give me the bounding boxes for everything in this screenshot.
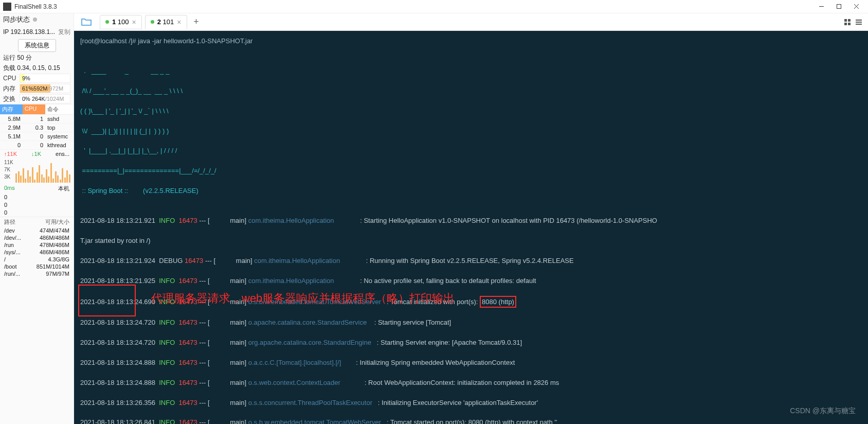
hello-highlight-box (78, 285, 136, 316)
menu-icon[interactable] (854, 17, 864, 27)
disk-list: /dev474M/474M/dev/...486M/486M/run478M/4… (0, 227, 74, 277)
chart-label-a: 11K (4, 159, 13, 166)
copy-ip-link[interactable]: 复制 (58, 28, 70, 37)
close-tab-icon[interactable]: × (177, 18, 181, 26)
disk-row: /sys/...486M/486M (0, 249, 74, 256)
procs-head-cmd[interactable]: 命令 (45, 104, 74, 114)
process-row[interactable]: 2.9M0.3top (0, 123, 74, 132)
uptime: 运行 50 分 (0, 52, 74, 63)
ip-value: IP 192.168.138.1... (3, 28, 55, 36)
chart-label-c: 3K (4, 173, 13, 181)
process-header: 内存 CPU 命令 (0, 104, 74, 115)
svg-rect-7 (848, 23, 851, 25)
process-row[interactable]: 00kthread (0, 141, 74, 150)
window-title: FinalShell 3.8.3 (14, 3, 812, 10)
disk-row: /run/...97M/97M (0, 270, 74, 277)
net-up: ↑11K (4, 151, 17, 157)
disk-head-size: 可用/大小 (45, 218, 69, 226)
mem-total: /972M (48, 85, 64, 92)
view-switcher (842, 17, 868, 27)
tab-1[interactable]: 1 100 × (100, 15, 142, 29)
chart-label-b: 7K (4, 166, 13, 173)
watermark: CSDN @东离与糖宝 (790, 406, 856, 416)
swap-row: 交换 0% 264K/1024M (0, 94, 74, 104)
sync-status-dot-icon (33, 17, 37, 22)
disk-row: /run478M/486M (0, 241, 74, 249)
close-tab-icon[interactable]: × (132, 18, 136, 26)
load: 负载 0.34, 0.15, 0.15 (0, 63, 74, 73)
swap-label: 交换 (3, 95, 20, 103)
mem-row: 内存 61%592M/972M (0, 83, 74, 94)
cpu-row: CPU 9% (0, 73, 74, 83)
zero-stats: 0 0 0 (0, 193, 74, 217)
status-dot-icon (151, 20, 154, 24)
sync-status-label: 同步状态 (3, 15, 30, 24)
content: 1 100 × 2 101 × + [root@localhost /]# ja… (74, 13, 868, 424)
svg-rect-4 (844, 19, 847, 22)
procs-head-mem[interactable]: 内存 (0, 104, 23, 114)
svg-rect-1 (837, 5, 841, 9)
disk-row: /4.3G/8G (0, 256, 74, 263)
open-folder-button[interactable] (76, 15, 97, 29)
net-row: ↑11K ↓1K ens... (0, 150, 74, 158)
grid-view-icon[interactable] (842, 17, 853, 27)
latency-ms: 0ms (4, 185, 15, 192)
disk-header: 路径 可用/大小 (0, 217, 74, 227)
net-iface: ens... (56, 151, 69, 157)
disk-row: /dev474M/474M (0, 227, 74, 234)
annotation-text: 代理服务器请求，web服务器响应并根据程序（略）打印输出 (151, 293, 455, 303)
latency-host: 本机 (58, 185, 69, 192)
maximize-button[interactable] (830, 0, 847, 13)
net-down: ↓1K (31, 151, 41, 157)
net-chart: 11K 7K 3K (3, 159, 70, 183)
sync-status: 同步状态 (0, 13, 74, 26)
cpu-value: 9% (20, 75, 30, 81)
tab-2[interactable]: 2 101 × (145, 15, 187, 29)
process-list: 5.8M1sshd2.9M0.3top5.1M0systemc00kthread (0, 115, 74, 150)
minimize-button[interactable] (812, 0, 830, 13)
disk-row: /dev/...486M/486M (0, 234, 74, 241)
mem-value: 61%592M (22, 85, 48, 92)
terminal[interactable]: [root@localhost /]# java -jar helloworld… (74, 31, 868, 424)
svg-rect-6 (844, 23, 847, 25)
mem-label: 内存 (3, 84, 20, 93)
process-row[interactable]: 5.1M0systemc (0, 132, 74, 141)
status-dot-icon (105, 20, 109, 24)
system-info-button[interactable]: 系统信息 (18, 39, 56, 52)
titlebar: FinalShell 3.8.3 (0, 0, 868, 13)
tabbar: 1 100 × 2 101 × + (74, 13, 868, 31)
process-row[interactable]: 5.8M1sshd (0, 115, 74, 123)
close-button[interactable] (847, 0, 865, 13)
disk-row: /boot851M/1014M (0, 263, 74, 270)
app-icon (3, 3, 11, 11)
ip-row: IP 192.168.138.1... 复制 (0, 26, 74, 38)
new-tab-button[interactable]: + (190, 16, 203, 28)
svg-rect-5 (848, 19, 851, 22)
procs-head-cpu[interactable]: CPU (23, 104, 45, 114)
swap-total: /1024M (45, 96, 64, 102)
sysinfo-row: 系统信息 (0, 38, 74, 52)
swap-value: 0% 264K (22, 96, 45, 102)
sidebar: 同步状态 IP 192.168.138.1... 复制 系统信息 运行 50 分… (0, 13, 74, 424)
latency-row: 0ms 本机 (0, 184, 74, 193)
disk-head-path: 路径 (4, 218, 15, 226)
cpu-label: CPU (3, 75, 20, 82)
